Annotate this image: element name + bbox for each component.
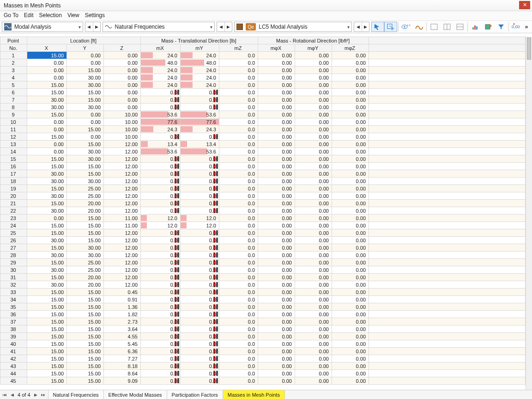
cell-my[interactable]: 0.0	[181, 318, 219, 325]
cell[interactable]: 0.0	[219, 348, 258, 355]
cell[interactable]: 6.36	[104, 348, 141, 355]
cell[interactable]: 0.00	[332, 281, 369, 289]
cell[interactable]: 0.00	[258, 74, 295, 81]
cell[interactable]: 0.00	[332, 148, 369, 155]
cell[interactable]: 0.00	[295, 348, 332, 355]
cell[interactable]: 12.00	[104, 170, 141, 178]
cell[interactable]: 15.00	[67, 303, 104, 311]
cell[interactable]: 30.00	[27, 96, 67, 104]
cell[interactable]: 30.00	[67, 148, 104, 155]
cell[interactable]: 30.00	[67, 104, 104, 111]
filter-button[interactable]	[495, 22, 508, 32]
cell[interactable]: 15.00	[27, 185, 67, 192]
cell[interactable]: 11.00	[104, 215, 141, 222]
cell[interactable]: 0.00	[295, 289, 332, 296]
table-row[interactable]: 3515.0015.001.360.00.00.00.000.000.00	[0, 303, 526, 311]
cell-my[interactable]: 24.0	[181, 52, 219, 59]
row-number[interactable]: 18	[0, 178, 27, 185]
cell[interactable]: 0.00	[332, 74, 369, 81]
cell[interactable]: 1.36	[104, 303, 141, 311]
cell[interactable]: 0.00	[104, 89, 141, 96]
cell[interactable]: 0.00	[295, 200, 332, 207]
cell[interactable]: 0.00	[104, 74, 141, 81]
cell-mx[interactable]: 13.4	[141, 141, 181, 148]
cell[interactable]: 25.00	[67, 185, 104, 192]
row-number[interactable]: 1	[0, 52, 27, 59]
cell-my[interactable]: 0.0	[181, 89, 219, 96]
cell-my[interactable]: 24.3	[181, 126, 219, 133]
cell[interactable]: 0.00	[258, 59, 295, 67]
cell[interactable]: 0.00	[258, 104, 295, 111]
row-number[interactable]: 25	[0, 229, 27, 237]
cell[interactable]: 0.00	[332, 289, 369, 296]
cell[interactable]: 0.0	[219, 266, 258, 274]
row-number[interactable]: 37	[0, 318, 27, 325]
cell[interactable]: 0.00	[258, 311, 295, 318]
row-number[interactable]: 21	[0, 200, 27, 207]
cell[interactable]: 0.00	[332, 155, 369, 163]
cell[interactable]: 0.00	[27, 118, 67, 126]
row-number[interactable]: 34	[0, 296, 27, 303]
cell[interactable]: 12.00	[104, 266, 141, 274]
row-number[interactable]: 3	[0, 67, 27, 74]
chart-button[interactable]	[469, 22, 482, 32]
cell[interactable]: 0.00	[332, 118, 369, 126]
table-row[interactable]: 2715.0030.0012.000.00.00.00.000.000.00	[0, 244, 526, 252]
cell[interactable]: 0.0	[219, 222, 258, 229]
cell[interactable]: 0.00	[295, 185, 332, 192]
cell[interactable]: 15.00	[27, 89, 67, 96]
row-number[interactable]: 31	[0, 274, 27, 281]
cell[interactable]: 30.00	[27, 170, 67, 178]
cell-my[interactable]: 0.0	[181, 348, 219, 355]
cell[interactable]: 0.00	[295, 81, 332, 89]
cell[interactable]: 0.00	[295, 325, 332, 333]
cell[interactable]: 0.00	[295, 148, 332, 155]
row-number[interactable]: 17	[0, 170, 27, 178]
cell[interactable]: 15.00	[27, 259, 67, 266]
cell[interactable]: 20.00	[67, 207, 104, 215]
cell-my[interactable]: 0.0	[181, 207, 219, 215]
cell-mx[interactable]: 53.6	[141, 111, 181, 118]
cell[interactable]: 0.0	[219, 296, 258, 303]
table-row[interactable]: 4415.0015.008.640.00.00.00.000.000.00	[0, 370, 526, 377]
cell-mx[interactable]: 0.0	[141, 237, 181, 244]
cell[interactable]: 0.0	[219, 185, 258, 192]
cell[interactable]: 7.27	[104, 355, 141, 362]
table-row[interactable]: 3815.0015.003.640.00.00.00.000.000.00	[0, 325, 526, 333]
cell-my[interactable]: 0.0	[181, 185, 219, 192]
cell[interactable]: 0.0	[219, 318, 258, 325]
table-row[interactable]: 3715.0015.002.730.00.00.00.000.000.00	[0, 318, 526, 325]
row-number[interactable]: 6	[0, 89, 27, 96]
cell[interactable]: 15.00	[27, 274, 67, 281]
cell-mx[interactable]: 0.0	[141, 340, 181, 348]
col-mphiy[interactable]: mφY	[295, 44, 332, 52]
cell[interactable]: 0.00	[332, 52, 369, 59]
first-sheet-button[interactable]: ⏮	[1, 393, 8, 397]
cell[interactable]: 0.00	[295, 170, 332, 178]
cell[interactable]: 0.00	[332, 126, 369, 133]
cell-my[interactable]: 0.0	[181, 333, 219, 340]
row-number[interactable]: 5	[0, 81, 27, 89]
cell[interactable]: 15.00	[67, 126, 104, 133]
cell-my[interactable]: 0.0	[181, 178, 219, 185]
table-row[interactable]: 2115.0020.0012.000.00.00.00.000.000.00	[0, 200, 526, 207]
cell[interactable]: 15.00	[27, 325, 67, 333]
cell-my[interactable]: 24.0	[181, 74, 219, 81]
cell-my[interactable]: 48.0	[181, 59, 219, 67]
cell[interactable]: 0.00	[258, 215, 295, 222]
cell[interactable]: 0.00	[295, 229, 332, 237]
cell[interactable]: 0.00	[258, 377, 295, 385]
cell[interactable]: 15.00	[27, 333, 67, 340]
cell-mx[interactable]: 0.0	[141, 244, 181, 252]
cell[interactable]: 10.00	[104, 118, 141, 126]
row-number[interactable]: 15	[0, 155, 27, 163]
pick-element-button[interactable]	[384, 22, 397, 32]
cell[interactable]: 0.00	[332, 170, 369, 178]
menu-view[interactable]: View	[67, 12, 79, 18]
cell-mx[interactable]: 0.0	[141, 104, 181, 111]
cell[interactable]: 0.0	[219, 118, 258, 126]
table-row[interactable]: 1615.0015.0012.000.00.00.00.000.000.00	[0, 163, 526, 170]
cell[interactable]: 0.00	[295, 155, 332, 163]
cell-my[interactable]: 12.0	[181, 215, 219, 222]
cell-mx[interactable]: 12.0	[141, 215, 181, 222]
